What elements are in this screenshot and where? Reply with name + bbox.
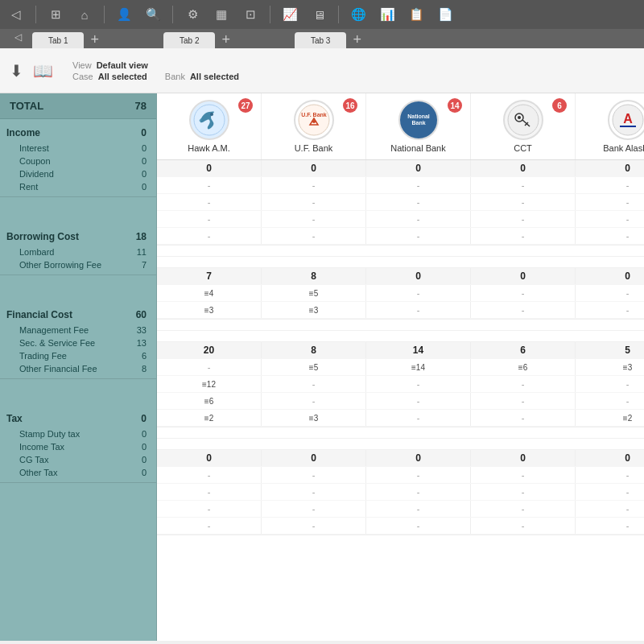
borrowing-uf: 8 [262, 268, 366, 284]
sidebar-section-financial: Financial Cost 60 Management Fee 33 Sec.… [0, 301, 156, 379]
other-financial-national: - [366, 410, 471, 426]
dividend-alaska: - [576, 211, 644, 227]
tab-2[interactable]: Tab 2 [163, 32, 215, 48]
svg-point-1 [210, 113, 213, 116]
financial-row: 20 8 14 6 5 [157, 342, 644, 359]
income-header: Income 0 [0, 122, 156, 142]
other-financial-uf: ≡3 [262, 410, 366, 426]
table-icon[interactable]: ▦ [210, 3, 233, 26]
svg-text:National: National [407, 114, 430, 119]
globe-icon[interactable]: 🌐 [347, 3, 369, 26]
coupon-hawk: - [157, 194, 262, 210]
trading-national: - [366, 393, 471, 409]
borrowing-alaska: 0 [576, 268, 644, 284]
bank-badge-uf: 16 [343, 98, 357, 113]
coupon-row: - - - - - [157, 194, 644, 211]
sidebar: TOTAL 78 Income 0 Interest 0 Coupon 0 Di… [0, 93, 157, 641]
cg-tax-cct: - [471, 501, 576, 517]
management-row: - ≡5 ≡14 ≡6 ≡3 [157, 359, 644, 376]
doc-icon[interactable]: 📄 [434, 3, 456, 26]
chart-icon[interactable]: 📈 [279, 3, 301, 26]
sidebar-item-other-financial: Other Financial Fee 8 [0, 362, 156, 375]
grid2-icon[interactable]: ⊡ [239, 3, 262, 26]
rent-uf: - [262, 228, 366, 244]
sidebar-item-sec-service: Sec. & Service Fee 13 [0, 336, 156, 349]
bank-badge-cct: 6 [552, 98, 567, 113]
trading-hawk: ≡6 [157, 393, 262, 409]
alaska-icon: A [612, 104, 644, 136]
borrowing-header: Borrowing Cost 18 [0, 226, 156, 246]
nav-left-icon[interactable]: ◁ [6, 26, 29, 48]
svg-text:A: A [623, 112, 633, 126]
bank-logo-cct [503, 100, 543, 140]
tab-add-2[interactable]: + [221, 32, 230, 47]
trading-alaska: - [576, 393, 644, 409]
sidebar-item-trading: Trading Fee 6 [0, 349, 156, 362]
settings-icon[interactable]: ⚙ [181, 3, 204, 26]
lombard-alaska: - [576, 285, 644, 301]
bank-col-alaska: A Bank Alaska [576, 93, 644, 159]
bank-name-cct: CCT [514, 143, 532, 153]
other-financial-row: ≡2 ≡3 - - ≡2 [157, 410, 644, 427]
rent-alaska: - [576, 228, 644, 244]
bank-logo-hawk [189, 100, 229, 140]
bank-name-uf: U.F. Bank [295, 143, 333, 153]
download-button[interactable]: ⬇ [10, 61, 23, 80]
borrowing-label: Borrowing Cost [6, 231, 79, 242]
tax-cct: 0 [471, 450, 576, 466]
home-icon[interactable]: ⌂ [73, 3, 96, 26]
data-section-financial: 20 8 14 6 5 - ≡5 ≡14 ≡6 ≡3 ≡12 [157, 342, 644, 427]
other-borrowing-hawk: ≡3 [157, 302, 262, 318]
borrowing-value: 18 [136, 231, 147, 242]
rent-row: - - - - - [157, 228, 644, 245]
tab-3[interactable]: Tab 3 [295, 32, 346, 48]
other-borrowing-national: - [366, 302, 471, 318]
bank-value: All selected [190, 72, 239, 81]
stamp-duty-uf: - [262, 467, 366, 483]
financial-header: Financial Cost 60 [0, 304, 156, 324]
sec-service-alaska: - [576, 376, 644, 392]
bank-headers: 27 Hawk A.M. [157, 93, 644, 160]
tab-add-3[interactable]: + [353, 32, 361, 47]
chart2-icon[interactable]: 📊 [376, 3, 398, 26]
bank-col-cct: 6 CCT [471, 93, 576, 159]
back-icon[interactable]: ◁ [5, 3, 27, 26]
cg-tax-hawk: - [157, 501, 262, 517]
tax-label: Tax [6, 413, 23, 424]
lombard-hawk: ≡4 [157, 285, 262, 301]
tab-add-1[interactable]: + [90, 32, 99, 47]
tab-1[interactable]: Tab 1 [32, 32, 84, 48]
book-icon[interactable]: 📖 [33, 61, 53, 80]
lombard-national: - [366, 285, 471, 301]
tax-row: 0 0 0 0 0 [157, 450, 644, 467]
header-bar: ⬇ 📖 View Default view Case All selected … [0, 48, 644, 93]
bank-badge-hawk: 27 [238, 98, 253, 113]
income-tax-row: - - - - - [157, 484, 644, 501]
report-icon[interactable]: 📋 [405, 3, 427, 26]
dividend-national: - [366, 211, 471, 227]
grid-icon[interactable]: ⊞ [44, 3, 67, 26]
income-tax-alaska: - [576, 484, 644, 500]
sidebar-total: TOTAL 78 [0, 93, 156, 119]
other-borrowing-row: ≡3 ≡3 - - - [157, 302, 644, 319]
separator [338, 6, 339, 23]
sidebar-section-income: Income 0 Interest 0 Coupon 0 Dividend 0 … [0, 119, 156, 197]
financial-value: 60 [136, 309, 147, 320]
bank-name-alaska: Bank Alaska [603, 143, 644, 153]
sidebar-item-management: Management Fee 33 [0, 324, 156, 336]
top-nav: ◁ ⊞ ⌂ 👤 🔍 ⚙ ▦ ⊡ 📈 🖥 🌐 📊 📋 📄 [0, 0, 644, 29]
monitor-icon[interactable]: 🖥 [308, 3, 330, 26]
tax-alaska: 0 [576, 450, 644, 466]
income-hawk: 0 [157, 160, 262, 176]
sidebar-item-interest: Interest 0 [0, 142, 156, 155]
person-icon[interactable]: 👤 [113, 3, 135, 26]
other-financial-hawk: ≡2 [157, 410, 262, 426]
search-icon[interactable]: 🔍 [142, 3, 164, 26]
other-borrowing-uf: ≡3 [262, 302, 366, 318]
stamp-duty-cct: - [471, 467, 576, 483]
sec-service-hawk: ≡12 [157, 376, 262, 392]
content-inner: 27 Hawk A.M. [157, 93, 644, 535]
lombard-uf: ≡5 [262, 285, 366, 301]
income-value: 0 [141, 127, 147, 138]
svg-text:Bank: Bank [411, 120, 425, 126]
